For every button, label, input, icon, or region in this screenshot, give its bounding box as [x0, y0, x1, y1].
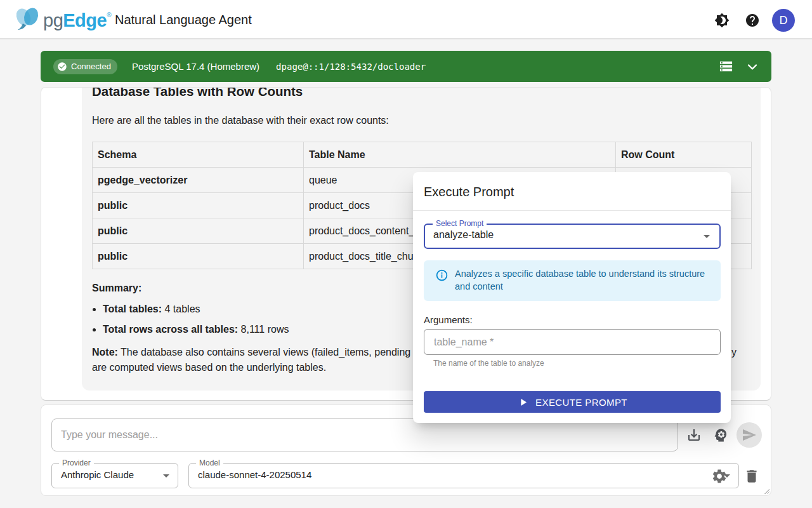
- execute-prompt-dialog: Execute Prompt Select Prompt analyze-tab…: [413, 172, 731, 423]
- trash-icon[interactable]: [743, 468, 760, 485]
- summary-label: Summary:: [92, 283, 141, 294]
- table-header-row: Schema Table Name Row Count: [93, 142, 752, 168]
- divider: [413, 210, 731, 211]
- select-prompt-label: Select Prompt: [433, 219, 487, 228]
- table-name-input[interactable]: [424, 329, 721, 355]
- message-intro: Here are all the tables in the database …: [92, 115, 389, 126]
- select-prompt-dropdown[interactable]: Select Prompt analyze-table: [424, 224, 721, 249]
- connection-status-bar[interactable]: Connected PostgreSQL 17.4 (Homebrew) dpa…: [41, 51, 771, 82]
- storage-icon[interactable]: [719, 59, 733, 74]
- send-icon: [742, 427, 757, 443]
- list-item: Total tables: 4 tables: [103, 302, 289, 317]
- dark-mode-toggle-icon[interactable]: [714, 13, 730, 28]
- app-window: pgEdge® Natural Language Agent D Connect…: [0, 0, 812, 508]
- provider-value: Anthropic Claude: [61, 469, 134, 480]
- info-icon: [435, 269, 449, 282]
- chevron-down-icon[interactable]: [745, 59, 760, 74]
- model-value: claude-sonnet-4-20250514: [198, 469, 311, 480]
- app-header: pgEdge® Natural Language Agent D: [0, 0, 812, 39]
- column-header-schema: Schema: [93, 142, 304, 168]
- pgedge-logo: pgEdge®: [13, 6, 111, 35]
- send-button[interactable]: [737, 422, 762, 448]
- pgedge-logo-text: pgEdge®: [43, 10, 111, 31]
- download-icon[interactable]: [686, 427, 702, 443]
- check-circle-icon: [57, 62, 67, 72]
- list-item: Total rows across all tables: 8,111 rows: [103, 322, 289, 337]
- prompt-description: Analyzes a specific database table to un…: [455, 267, 710, 293]
- resize-grip[interactable]: [764, 488, 769, 494]
- play-icon: [517, 396, 529, 408]
- dialog-title: Execute Prompt: [424, 185, 514, 199]
- arguments-label: Arguments:: [424, 314, 473, 325]
- prompt-info-alert: Analyzes a specific database table to un…: [424, 260, 721, 301]
- model-select[interactable]: Model claude-sonnet-4-20250514: [188, 463, 739, 488]
- settings-gear-icon[interactable]: [711, 468, 728, 485]
- provider-label: Provider: [59, 458, 94, 467]
- column-header-row-count: Row Count: [616, 142, 752, 168]
- dropdown-arrow-icon: [159, 468, 174, 483]
- summary-list: Total tables: 4 tables Total rows across…: [103, 302, 289, 342]
- table-name-helper-text: The name of the table to analyze: [433, 359, 544, 368]
- page-title: Natural Language Agent: [115, 0, 252, 39]
- dropdown-arrow-icon: [699, 229, 714, 244]
- server-version-label: PostgreSQL 17.4 (Homebrew): [132, 61, 259, 72]
- help-icon[interactable]: [745, 13, 760, 28]
- message-input[interactable]: [51, 418, 678, 451]
- column-header-table-name: Table Name: [304, 142, 616, 168]
- connected-status-badge: Connected: [53, 59, 117, 74]
- connection-string: dpage@::1/128:5432/docloader: [276, 62, 426, 72]
- execute-prompt-button[interactable]: EXECUTE PROMPT: [424, 391, 721, 413]
- psychology-icon[interactable]: [713, 427, 728, 443]
- user-avatar[interactable]: D: [772, 9, 795, 32]
- pgedge-logo-icon: [13, 6, 42, 35]
- model-label: Model: [196, 458, 223, 467]
- provider-select[interactable]: Provider Anthropic Claude: [51, 463, 178, 488]
- message-heading: Database Tables with Row Counts: [92, 87, 303, 101]
- select-prompt-value: analyze-table: [433, 229, 494, 241]
